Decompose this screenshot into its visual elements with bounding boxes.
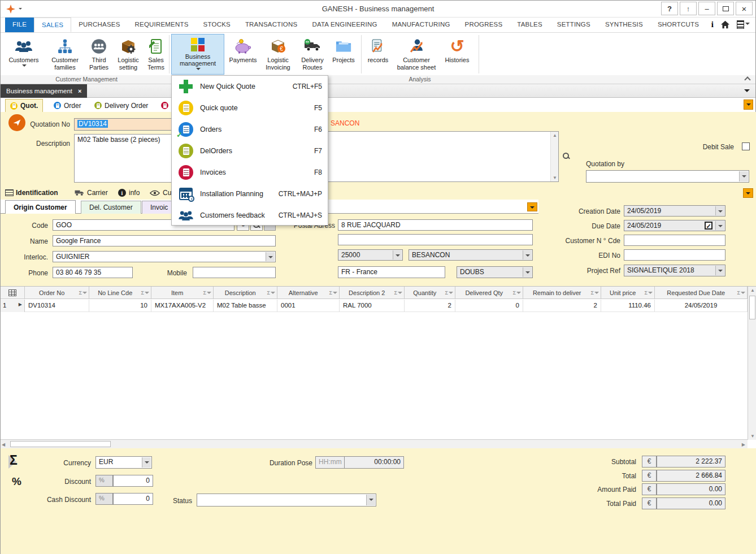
menu-item-quick-quote[interactable]: Quick quote F5	[172, 97, 328, 119]
sum-icon[interactable]: Σ	[267, 290, 270, 296]
sum-icon[interactable]: Σ	[445, 290, 448, 296]
sum-icon[interactable]: Σ	[644, 290, 648, 296]
menu-item-delorders[interactable]: DelOrders F7	[172, 140, 328, 162]
ribbon-button-delivery-routes[interactable]: Delivery Routes	[297, 34, 328, 75]
maximize-button[interactable]	[717, 2, 734, 15]
col-header-description2[interactable]: Description 2Σ	[340, 287, 405, 299]
identification-options-dropdown[interactable]	[743, 188, 753, 198]
tab-delivery-order[interactable]: Delivery Order	[90, 99, 153, 112]
dropdown-arrow-icon[interactable]	[715, 206, 724, 215]
tab-list-caret-icon[interactable]	[744, 89, 750, 95]
info-icon[interactable]: i	[711, 20, 714, 29]
status-select[interactable]	[197, 494, 376, 507]
calculator-icon[interactable]	[737, 20, 750, 29]
ribbon-tab-tables[interactable]: TABLES	[510, 18, 549, 32]
notes-textarea[interactable]	[323, 131, 559, 182]
sum-icon[interactable]: Σ	[329, 290, 332, 296]
menu-item-invoices[interactable]: Invoices F8	[172, 162, 328, 183]
col-header-item[interactable]: ItemΣ	[151, 287, 214, 299]
minimize-button[interactable]: –	[698, 2, 715, 15]
discount-input[interactable]: 0	[113, 475, 153, 487]
dropdown-arrow-icon[interactable]	[366, 495, 375, 505]
document-tab-business-management[interactable]: Business management ×	[1, 84, 87, 98]
ribbon-button-logistic-invoicing[interactable]: € Logistic Invoicing	[260, 34, 296, 75]
filter-icon[interactable]	[648, 292, 653, 296]
toolbar-identification[interactable]: Identification	[5, 189, 58, 197]
duration-value[interactable]: 00:00:00	[344, 456, 404, 469]
dropdown-arrow-icon[interactable]	[266, 252, 275, 261]
tab-del-customer[interactable]: Del. Customer	[81, 201, 141, 214]
dropdown-arrow-icon[interactable]	[393, 250, 402, 259]
sum-icon[interactable]: Σ	[512, 290, 516, 296]
col-header-delivered-qty[interactable]: Delivered QtyΣ	[455, 287, 523, 299]
grid-corner-cell[interactable]	[1, 287, 25, 299]
ribbon-button-customer-families[interactable]: Customer families	[47, 34, 83, 75]
cell-quantity[interactable]: 2	[405, 300, 455, 312]
country-input[interactable]: FR - France	[338, 266, 445, 278]
menu-item-installation-planning[interactable]: Installation Planning CTRL+MAJ+P	[172, 183, 328, 205]
dropdown-arrow-icon[interactable]	[739, 171, 748, 181]
scroll-up-icon[interactable]: ▲	[551, 133, 559, 138]
tab-quotation[interactable]: Quot.	[5, 99, 43, 112]
filter-icon[interactable]	[594, 292, 599, 296]
filter-icon[interactable]	[207, 292, 211, 296]
dropdown-arrow-icon[interactable]	[715, 266, 724, 275]
filter-icon[interactable]	[333, 292, 337, 296]
due-date-checkbox[interactable]: ✓	[705, 222, 712, 230]
address2-input[interactable]	[338, 234, 533, 245]
col-header-order-no[interactable]: Order NoΣ	[25, 287, 89, 299]
col-header-remain-to-deliver[interactable]: Remain to deliverΣ	[523, 287, 601, 299]
scrollbar-thumb[interactable]	[10, 441, 111, 447]
cell-unit-price[interactable]: 1110.46	[601, 300, 655, 312]
sum-icon[interactable]: Σ	[590, 290, 594, 296]
city-select[interactable]: BESANCON	[409, 249, 533, 261]
col-header-requested-due-date[interactable]: Requested Due DateΣ	[655, 287, 748, 299]
notes-scrollbar[interactable]: ▲ ▼	[550, 132, 558, 181]
filter-icon[interactable]	[449, 292, 453, 296]
cell-description2[interactable]: RAL 7000	[340, 300, 405, 312]
col-header-alternative[interactable]: AlternativeΣ	[277, 287, 340, 299]
cell-description[interactable]: M02 Table basse	[214, 300, 277, 312]
filter-icon[interactable]	[271, 292, 275, 296]
sum-icon[interactable]: Σ	[79, 290, 82, 296]
grid-vertical-scrollbar[interactable]: ▲ ▼	[748, 287, 756, 440]
scroll-up-icon[interactable]: ▲	[748, 288, 756, 293]
ribbon-tab-stocks[interactable]: STOCKS	[196, 18, 238, 32]
scroll-down-icon[interactable]: ▼	[551, 175, 559, 180]
tab-origin-customer[interactable]: Origin Customer	[5, 200, 76, 214]
name-input[interactable]: Google France	[53, 235, 276, 246]
ribbon-tab-manufacturing[interactable]: MANUFACTURING	[385, 18, 458, 32]
ribbon-button-sales-terms[interactable]: Sales Terms	[144, 34, 168, 75]
scroll-down-icon[interactable]: ▼	[748, 434, 756, 439]
ribbon-button-projects[interactable]: Projects	[329, 34, 358, 75]
ribbon-tab-synthesis[interactable]: SYNTHESIS	[598, 18, 650, 32]
cell-remain-to-deliver[interactable]: 2	[523, 300, 601, 312]
toolbar-customer-view[interactable]: Cu	[150, 189, 171, 197]
creation-date-select[interactable]: 24/05/2019	[624, 205, 725, 217]
ribbon-tab-data-engineering[interactable]: DATA ENGINEERING	[305, 18, 384, 32]
quotation-by-select[interactable]	[586, 170, 749, 183]
ribbon-tab-file[interactable]: FILE	[5, 18, 34, 32]
ribbon-tab-transactions[interactable]: TRANSACTIONS	[238, 18, 305, 32]
help-button[interactable]: ?	[661, 2, 678, 15]
row-header-cell[interactable]: 1▶	[1, 300, 25, 312]
toolbar-carrier[interactable]: Carrier	[75, 189, 108, 197]
sum-icon[interactable]: Σ	[737, 290, 740, 296]
ribbon-button-customer-balance-sheet[interactable]: Customer balance sheet	[394, 34, 439, 75]
ribbon-tab-requirements[interactable]: REQUIREMENTS	[128, 18, 196, 32]
menu-item-orders[interactable]: ✓ Orders F6	[172, 119, 328, 140]
due-date-select[interactable]: 24/05/2019✓	[624, 220, 725, 231]
zip-select[interactable]: 25000	[338, 249, 403, 261]
debit-sale-checkbox[interactable]	[742, 142, 750, 150]
filter-icon[interactable]	[741, 292, 745, 296]
ribbon-tab-purchases[interactable]: PURCHASES	[71, 18, 127, 32]
cell-requested-due-date[interactable]: 24/05/2019	[655, 300, 748, 312]
cell-delivered-qty[interactable]: 0	[455, 300, 523, 312]
ribbon-button-third-parties[interactable]: Third Parties	[85, 34, 112, 75]
tab-order[interactable]: Order	[49, 99, 86, 112]
dropdown-arrow-icon[interactable]	[142, 457, 151, 468]
collapse-ribbon-icon[interactable]	[744, 76, 750, 83]
col-header-unit-price[interactable]: Unit priceΣ	[601, 287, 655, 299]
ribbon-tab-progress[interactable]: PROGRESS	[458, 18, 510, 32]
ribbon-button-business-management[interactable]: Business management	[171, 34, 224, 75]
